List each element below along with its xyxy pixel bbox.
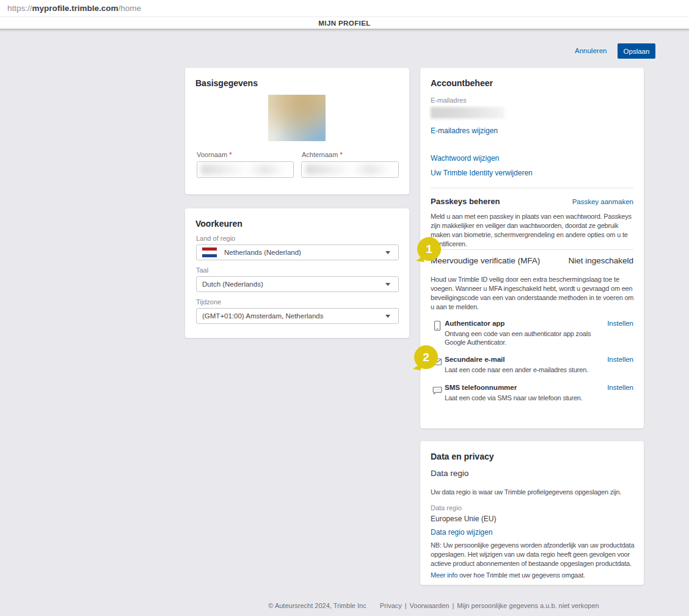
first-name-blur bbox=[201, 164, 290, 175]
passkeys-description: Meld u aan met een passkey in plaats van… bbox=[431, 212, 635, 249]
last-name-label: Achternaam * bbox=[302, 151, 343, 158]
sms-bubble-icon bbox=[432, 384, 442, 395]
passkeys-title: Passkeys beheren bbox=[431, 197, 500, 206]
smartphone-icon bbox=[432, 320, 442, 331]
email-value-blur bbox=[431, 107, 505, 119]
first-name-input[interactable] bbox=[197, 161, 294, 178]
mfa-method-description: Laat een code via SMS naar uw telefoon s… bbox=[445, 394, 583, 402]
language-label: Taal bbox=[196, 266, 208, 274]
country-label: Land of regio bbox=[196, 235, 235, 242]
last-name-input[interactable] bbox=[301, 161, 399, 178]
data-region-note: NB: Uw persoonlijke gegevens worden afzo… bbox=[431, 541, 635, 568]
account-title: Accountbeheer bbox=[431, 78, 493, 88]
divider bbox=[431, 188, 633, 188]
chevron-down-icon bbox=[385, 315, 390, 318]
url-host: myprofile.trimble.com bbox=[32, 4, 118, 13]
page-footer: © Auteursrecht 2024, Trimble IncPrivacy|… bbox=[178, 602, 689, 609]
delete-identity-link[interactable]: Uw Trimble Identity verwijderen bbox=[431, 169, 533, 177]
mfa-description: Houd uw Trimble ID veilig door een extra… bbox=[431, 275, 635, 312]
required-asterisk: * bbox=[340, 151, 342, 158]
change-password-link[interactable]: Wachtwoord wijzigen bbox=[431, 154, 499, 163]
required-asterisk: * bbox=[229, 151, 231, 158]
mfa-method-secondary-email: Secundaire e-mail Laat een code naar een… bbox=[431, 356, 633, 386]
mfa-method-title: Authenticator app bbox=[445, 320, 505, 327]
account-card: Accountbeheer E-mailadres E-mailadres wi… bbox=[420, 68, 644, 428]
mfa-method-description: Ontvang een code van een authenticator a… bbox=[445, 329, 597, 346]
setup-secondary-email-link[interactable]: Instellen bbox=[607, 356, 633, 363]
mfa-method-authenticator: Authenticator app Ontvang een code van e… bbox=[431, 320, 633, 350]
last-name-blur bbox=[305, 164, 395, 175]
page: https://myprofile.trimble.com/home MIJN … bbox=[0, 0, 689, 616]
basic-info-card: Basisgegevens Voornaam * Achternaam * bbox=[185, 68, 409, 194]
change-data-region-link[interactable]: Data regio wijzigen bbox=[431, 528, 492, 537]
first-name-label: Voornaam * bbox=[197, 151, 232, 158]
language-value: Dutch (Nederlands) bbox=[202, 280, 263, 288]
privacy-card: Data en privacy Data regio Uw data regio… bbox=[420, 441, 644, 585]
mfa-method-description: Laat een code naar een ander e-mailadres… bbox=[445, 365, 588, 374]
profile-photo[interactable] bbox=[268, 95, 326, 141]
country-value: Netherlands (Nederland) bbox=[224, 249, 301, 256]
browser-url-bar[interactable]: https://myprofile.trimble.com/home bbox=[0, 0, 689, 17]
profile-photo-blur bbox=[268, 95, 326, 141]
setup-sms-link[interactable]: Instellen bbox=[607, 384, 633, 391]
data-region-section-title: Data regio bbox=[431, 469, 468, 478]
timezone-select[interactable]: (GMT+01:00) Amsterdam, Netherlands bbox=[196, 308, 399, 324]
privacy-footer-link[interactable]: Privacy bbox=[380, 602, 402, 609]
netherlands-flag-icon bbox=[202, 248, 217, 257]
mfa-method-sms: SMS telefoonnummer Laat een code via SMS… bbox=[431, 384, 633, 414]
footer-separator: | bbox=[452, 602, 454, 609]
terms-footer-link[interactable]: Voorwaarden bbox=[410, 602, 450, 609]
setup-authenticator-link[interactable]: Instellen bbox=[607, 320, 633, 327]
cancel-button[interactable]: Annuleren bbox=[575, 47, 607, 54]
data-region-label: Data regio bbox=[431, 504, 462, 512]
annotation-marker-2: 2 bbox=[414, 345, 438, 369]
email-label: E-mailadres bbox=[431, 97, 467, 104]
url-path: /home bbox=[118, 4, 142, 13]
more-info-link[interactable]: Meer info bbox=[431, 571, 458, 579]
page-title: MIJN PROFIEL bbox=[318, 20, 370, 27]
chevron-down-icon bbox=[385, 283, 390, 286]
mfa-method-title: SMS telefoonnummer bbox=[445, 384, 517, 391]
divider bbox=[431, 249, 633, 250]
mfa-method-title: Secundaire e-mail bbox=[445, 356, 505, 363]
preferences-card: Voorkeuren Land of regio Netherlands (Ne… bbox=[185, 208, 409, 338]
save-button[interactable]: Opslaan bbox=[618, 43, 655, 59]
timezone-value: (GMT+01:00) Amsterdam, Netherlands bbox=[202, 312, 323, 320]
language-select[interactable]: Dutch (Nederlands) bbox=[196, 276, 399, 292]
do-not-sell-footer-link[interactable]: Mijn persoonlijke gegevens a.u.b. niet v… bbox=[457, 602, 599, 609]
data-region-intro: Uw data regio is waar uw Trimble profiel… bbox=[431, 488, 635, 497]
change-email-link[interactable]: E-mailadres wijzigen bbox=[431, 127, 498, 135]
footer-separator: | bbox=[405, 602, 407, 609]
create-passkey-link[interactable]: Passkey aanmaken bbox=[572, 198, 633, 205]
privacy-title: Data en privacy bbox=[431, 452, 494, 461]
mfa-status-badge: Niet ingeschakeld bbox=[568, 256, 633, 265]
mfa-title: Meervoudige verificatie (MFA) bbox=[431, 256, 540, 265]
basic-info-title: Basisgegevens bbox=[195, 78, 258, 88]
annotation-marker-1: 1 bbox=[417, 237, 441, 261]
preferences-title: Voorkeuren bbox=[195, 219, 242, 229]
url-prefix: https:// bbox=[7, 4, 32, 13]
app-header: MIJN PROFIEL bbox=[0, 17, 689, 29]
timezone-label: Tijdzone bbox=[196, 298, 221, 306]
more-info-line: Meer info over hoe Trimble met uw gegeve… bbox=[431, 571, 635, 580]
chevron-down-icon bbox=[385, 251, 390, 254]
copyright-text: © Auteursrecht 2024, Trimble Inc bbox=[268, 602, 366, 609]
country-select[interactable]: Netherlands (Nederland) bbox=[196, 244, 399, 260]
data-region-value: Europese Unie (EU) bbox=[431, 515, 496, 523]
more-info-rest: over hoe Trimble met uw gegevens omgaat. bbox=[458, 571, 585, 579]
